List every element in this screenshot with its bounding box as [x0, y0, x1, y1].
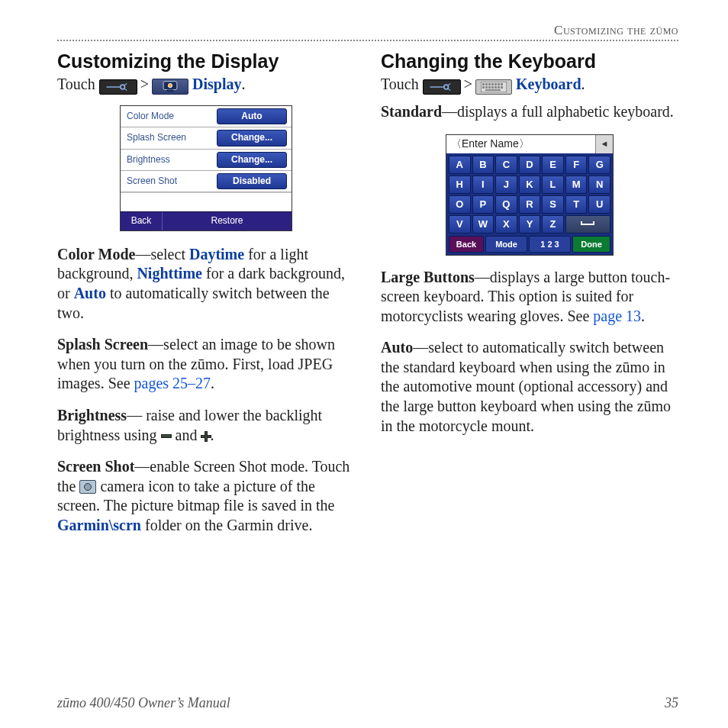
- key-v[interactable]: V: [449, 215, 471, 234]
- right-column: Changing the Keyboard Touch > Keyboard. …: [381, 49, 678, 548]
- svg-rect-17: [494, 86, 497, 89]
- wrench-icon: [99, 79, 137, 95]
- btn-screen-shot[interactable]: Disabled: [217, 173, 287, 189]
- key-b[interactable]: B: [472, 156, 494, 174]
- svg-rect-19: [501, 86, 503, 89]
- left-column: Customizing the Display Touch > Display.…: [57, 49, 355, 548]
- lead-large-buttons: Large Buttons: [381, 269, 475, 285]
- svg-rect-13: [482, 86, 485, 89]
- touch-path-keyboard: Touch > Keyboard.: [381, 75, 678, 95]
- para-splash-screen: Splash Screen—select an image to be show…: [57, 335, 355, 394]
- key-q[interactable]: Q: [495, 195, 517, 214]
- device-display-screenshot: Color Mode Auto Splash Screen Change... …: [120, 105, 292, 231]
- svg-rect-8: [488, 83, 491, 85]
- period: .: [241, 76, 245, 92]
- restore-button[interactable]: Restore: [163, 212, 292, 230]
- touch-prefix: Touch: [381, 76, 423, 92]
- para-brightness: Brightness— raise and lower the backligh…: [57, 406, 355, 445]
- key-d[interactable]: D: [519, 156, 541, 174]
- label-splash-screen: Splash Screen: [127, 132, 212, 143]
- svg-rect-18: [498, 86, 500, 89]
- plus-icon: [201, 432, 210, 441]
- key-w[interactable]: W: [472, 215, 494, 234]
- touch-prefix: Touch: [57, 76, 99, 92]
- key-j[interactable]: J: [495, 176, 517, 194]
- garmin-scrn-folder: Garmin\scrn: [57, 517, 141, 533]
- key-t[interactable]: T: [565, 195, 588, 214]
- key-k[interactable]: K: [519, 176, 541, 194]
- device-display-footer: Back Restore: [121, 211, 292, 230]
- wrench-icon: [423, 79, 461, 95]
- footer-title: zūmo 400/450 Owner’s Manual: [57, 695, 230, 711]
- key-c[interactable]: C: [495, 156, 517, 174]
- key-u[interactable]: U: [588, 195, 610, 214]
- period: .: [581, 76, 585, 92]
- heading-customizing-display: Customizing the Display: [57, 49, 355, 73]
- key-f[interactable]: F: [565, 156, 588, 174]
- btn-color-mode[interactable]: Auto: [217, 108, 287, 124]
- btn-splash-screen[interactable]: Change...: [217, 130, 287, 146]
- svg-rect-14: [485, 86, 488, 89]
- nighttime-link: Nighttime: [137, 265, 202, 282]
- svg-rect-15: [488, 86, 491, 89]
- key-l[interactable]: L: [542, 176, 564, 194]
- svg-rect-20: [485, 89, 501, 91]
- lead-brightness: Brightness: [57, 407, 127, 424]
- key-m[interactable]: M: [565, 176, 588, 194]
- label-brightness: Brightness: [127, 154, 212, 166]
- key-z[interactable]: Z: [542, 215, 564, 234]
- key-g[interactable]: G: [588, 156, 610, 174]
- svg-rect-7: [485, 83, 488, 85]
- key-p[interactable]: P: [472, 195, 494, 214]
- key-space[interactable]: [565, 215, 610, 234]
- keyboard-footer: Back Mode 1 2 3 Done: [446, 236, 613, 255]
- device-display-body: Color Mode Auto Splash Screen Change... …: [121, 106, 292, 211]
- key-r[interactable]: R: [519, 195, 541, 214]
- label-color-mode: Color Mode: [127, 111, 212, 122]
- svg-rect-12: [501, 83, 503, 85]
- heading-changing-keyboard: Changing the Keyboard: [381, 49, 678, 73]
- para-large-buttons: Large Buttons—displays a large button to…: [381, 268, 678, 327]
- para-screen-shot: Screen Shot—enable Screen Shot mode. Tou…: [57, 457, 355, 535]
- btn-brightness[interactable]: Change...: [217, 152, 287, 168]
- row-screen-shot: Screen Shot Disabled: [121, 171, 292, 192]
- key-e[interactable]: E: [542, 156, 564, 174]
- key-h[interactable]: H: [449, 176, 471, 194]
- page-13-link[interactable]: page 13: [593, 308, 641, 324]
- key-n[interactable]: N: [588, 176, 610, 194]
- keyboard-icon: [475, 79, 512, 95]
- svg-rect-2: [167, 89, 174, 92]
- key-s[interactable]: S: [542, 195, 564, 214]
- lead-splash-screen: Splash Screen: [57, 336, 148, 353]
- page-footer: zūmo 400/450 Owner’s Manual 35: [57, 695, 678, 711]
- keyboard-link: Keyboard: [516, 76, 581, 92]
- enter-name-field[interactable]: 〈Enter Name〉: [446, 135, 595, 153]
- minus-icon: [161, 434, 172, 438]
- device-keyboard-screenshot: 〈Enter Name〉 ◄ ABCDEFGHIJKLMNOPQRSTUVWXY…: [446, 134, 614, 256]
- kbd-back-button[interactable]: Back: [449, 236, 484, 253]
- para-auto: Auto—select to automatically switch betw…: [381, 338, 678, 436]
- greater-than: >: [464, 75, 472, 95]
- kbd-mode-button[interactable]: Mode: [485, 236, 527, 253]
- svg-point-3: [168, 83, 172, 87]
- keyboard-grid: ABCDEFGHIJKLMNOPQRSTUVWXYZ: [446, 153, 613, 236]
- display-settings-icon: [152, 79, 188, 95]
- para-standard: Standard—displays a full alphabetic keyb…: [381, 102, 678, 122]
- row-color-mode: Color Mode Auto: [121, 106, 292, 127]
- kbd-123-button[interactable]: 1 2 3: [529, 236, 571, 253]
- page-number: 35: [665, 695, 678, 711]
- keyboard-input-row: 〈Enter Name〉 ◄: [446, 135, 613, 153]
- key-a[interactable]: A: [449, 156, 471, 174]
- pages-25-27-link[interactable]: pages 25–27: [134, 375, 211, 391]
- key-y[interactable]: Y: [519, 215, 541, 234]
- backspace-button[interactable]: ◄: [595, 135, 613, 153]
- key-x[interactable]: X: [495, 215, 517, 234]
- greater-than: >: [140, 75, 149, 95]
- kbd-done-button[interactable]: Done: [572, 236, 610, 253]
- key-i[interactable]: I: [472, 176, 494, 194]
- svg-rect-9: [491, 83, 494, 85]
- key-o[interactable]: O: [449, 195, 471, 214]
- camera-icon: [79, 480, 96, 494]
- back-button[interactable]: Back: [121, 212, 163, 230]
- row-brightness: Brightness Change...: [121, 150, 292, 171]
